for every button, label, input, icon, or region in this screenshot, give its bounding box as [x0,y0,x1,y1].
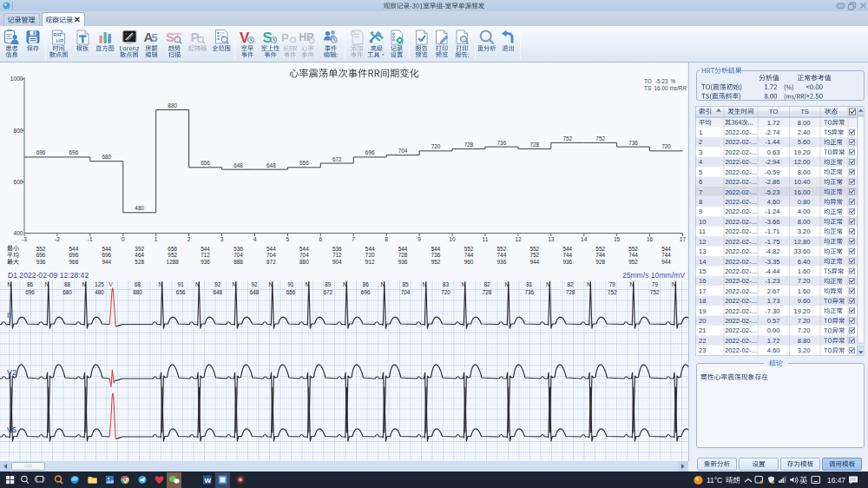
svg-text:2022-02-...: 2022-02-... [725,188,757,196]
svg-text:12.00: 12.00 [793,158,810,166]
svg-text:736: 736 [497,140,507,146]
svg-text:904: 904 [332,259,342,265]
svg-text:1000: 1000 [10,76,23,82]
svg-text:7: 7 [699,188,702,196]
svg-text:4.00: 4.00 [798,208,811,215]
svg-text:1: 1 [155,236,158,242]
svg-text:1.60: 1.60 [798,267,811,275]
svg-text:79: 79 [652,281,659,287]
svg-text:91: 91 [287,281,294,287]
svg-text:672: 672 [332,156,342,162]
svg-text:720: 720 [431,143,441,149]
svg-text:N: N [546,281,550,287]
svg-text:2022-02-...: 2022-02-... [725,317,757,325]
svg-text:19.20: 19.20 [793,307,810,315]
svg-text:696: 696 [25,289,35,295]
svg-text:0.63: 0.63 [767,148,780,156]
svg-text:TS: TS [644,85,651,91]
svg-text:3: 3 [699,148,702,156]
svg-text:86: 86 [363,281,370,287]
svg-text:V5: V5 [7,425,16,434]
svg-text:936: 936 [398,259,408,265]
svg-text:2022-02-...: 2022-02-... [725,168,757,176]
svg-text:-3: -3 [22,236,27,242]
svg-text:936: 936 [201,259,210,265]
svg-text:2: 2 [699,138,702,146]
svg-text:N: N [195,281,200,287]
svg-text:N: N [306,281,310,287]
svg-text:N: N [45,281,49,287]
svg-text:744: 744 [562,252,572,258]
svg-text:656: 656 [168,246,177,252]
svg-text:880: 880 [168,102,177,109]
svg-text:2022-02-...: 2022-02-... [725,337,757,345]
svg-text:552: 552 [628,246,638,252]
svg-text:544: 544 [398,246,408,252]
svg-text:1: 1 [699,129,702,136]
svg-text:536: 536 [332,246,342,252]
svg-text:752: 752 [608,289,617,295]
svg-text:8: 8 [699,198,702,206]
svg-text:11: 11 [483,236,489,242]
svg-text:648: 648 [266,162,276,168]
svg-text:944: 944 [661,259,671,265]
svg-text:704: 704 [233,252,243,258]
svg-text:20: 20 [699,317,706,325]
svg-text:22: 22 [699,337,706,345]
svg-text:744: 744 [497,252,507,258]
svg-text:2022-02-...: 2022-02-... [725,247,757,255]
svg-text:2022-02-...: 2022-02-... [725,346,757,354]
svg-text:0.00: 0.00 [767,326,780,334]
svg-text:1.72: 1.72 [767,337,780,345]
svg-text:-3.35: -3.35 [765,258,779,266]
svg-text:544: 544 [201,246,210,252]
svg-text:728: 728 [529,142,539,148]
svg-text:2022-02-...: 2022-02-... [725,297,757,305]
svg-text:400: 400 [13,230,23,236]
svg-text:720: 720 [661,143,671,149]
svg-text:600: 600 [13,179,23,185]
svg-text:-0.59: -0.59 [765,168,779,176]
svg-text:82: 82 [567,281,574,287]
svg-text:83: 83 [443,281,450,287]
svg-text:752: 752 [595,135,605,142]
svg-text:5: 5 [699,168,702,176]
svg-text:968: 968 [69,259,79,265]
svg-text:464: 464 [135,252,144,258]
svg-text:14: 14 [699,258,706,266]
svg-text:N: N [159,281,163,287]
svg-text:704: 704 [266,252,276,258]
svg-text:88: 88 [64,281,71,287]
svg-text:II: II [7,311,11,320]
svg-text:91: 91 [178,281,185,287]
svg-text:656: 656 [286,289,296,295]
svg-text:8: 8 [385,236,388,242]
svg-text:N: N [8,281,12,287]
svg-text:944: 944 [529,259,539,265]
svg-text:392: 392 [135,246,144,252]
svg-text:544: 544 [661,246,671,252]
svg-text:17: 17 [680,236,687,242]
svg-text:936: 936 [562,259,572,265]
svg-text:2022-02-...: 2022-02-... [725,208,757,215]
svg-text:0.80: 0.80 [798,198,811,206]
svg-text:728: 728 [464,142,474,148]
svg-text:19.20: 19.20 [793,148,810,156]
svg-text:952: 952 [168,252,177,258]
svg-text:656: 656 [176,289,186,295]
svg-text:-5.23: -5.23 [765,188,779,196]
svg-text:648: 648 [233,162,243,168]
svg-text:2022-02-...: 2022-02-... [725,218,757,226]
svg-text:V2: V2 [7,368,16,377]
svg-text:N: N [423,281,427,287]
svg-text:680: 680 [102,154,111,160]
svg-text:-2: -2 [55,236,60,242]
svg-text:952: 952 [431,259,441,265]
svg-text:10: 10 [449,236,456,242]
svg-text:728: 728 [483,289,492,295]
svg-text:89: 89 [325,281,332,287]
svg-text:5: 5 [286,236,290,242]
svg-text:728: 728 [566,289,575,295]
svg-text:744: 744 [628,252,638,258]
svg-text:16: 16 [647,236,654,242]
